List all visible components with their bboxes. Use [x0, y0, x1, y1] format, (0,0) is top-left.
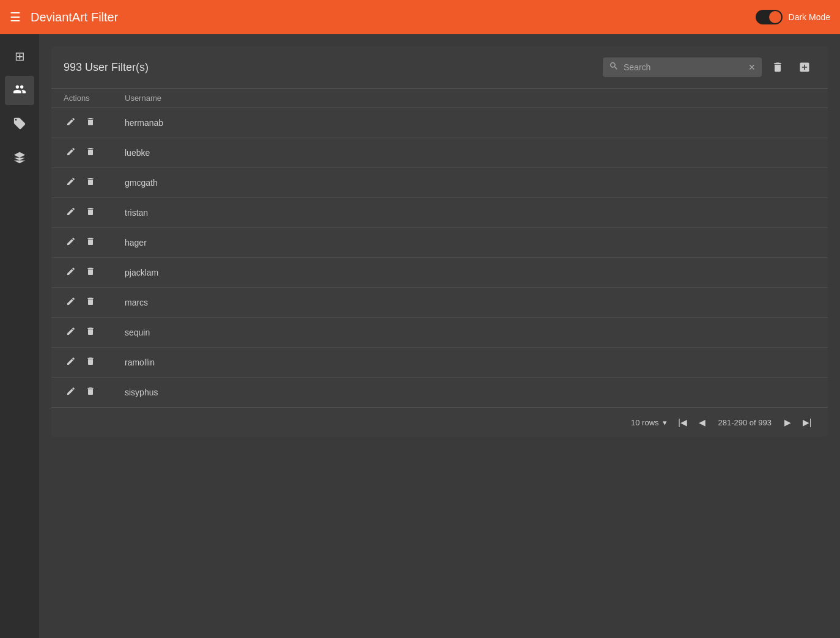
row-actions [64, 264, 125, 281]
edit-icon[interactable] [64, 204, 78, 221]
table-row: luebke [51, 138, 828, 168]
svg-rect-0 [776, 66, 777, 70]
next-page-button[interactable]: ▶ [779, 414, 796, 431]
row-actions [64, 384, 125, 401]
row-actions [64, 174, 125, 191]
username-cell: pjacklam [125, 268, 816, 277]
sidebar: ⊞ [0, 34, 39, 638]
last-page-button[interactable]: ▶| [798, 414, 816, 431]
delete-icon[interactable] [83, 174, 98, 191]
search-box: ✕ [603, 57, 762, 77]
row-actions [64, 114, 125, 131]
add-button[interactable] [794, 56, 816, 78]
username-cell: tristan [125, 208, 816, 218]
pagination-nav: |◀ ◀ 281-290 of 993 ▶ ▶| [674, 414, 816, 431]
svg-rect-1 [777, 66, 778, 70]
sidebar-item-users[interactable] [5, 76, 34, 105]
sidebar-item-tags[interactable] [5, 110, 34, 139]
app-title: DeviantArt Filter [31, 10, 756, 24]
delete-icon[interactable] [83, 384, 98, 401]
dark-mode-area: Dark Mode [756, 10, 830, 24]
username-cell: hermanab [125, 118, 816, 128]
page-info: 281-290 of 993 [718, 418, 772, 427]
username-cell: gmcgath [125, 178, 816, 188]
prev-page-button[interactable]: ◀ [694, 414, 711, 431]
user-filter-card: 993 User Filter(s) ✕ Actions Username [51, 46, 828, 437]
dark-mode-label: Dark Mode [789, 12, 830, 22]
edit-icon[interactable] [64, 264, 78, 281]
clear-search-icon[interactable]: ✕ [748, 62, 756, 72]
top-header: ☰ DeviantArt Filter Dark Mode [0, 0, 840, 34]
delete-icon[interactable] [83, 294, 98, 311]
tags-icon [13, 117, 26, 133]
edit-icon[interactable] [64, 324, 78, 341]
edit-icon[interactable] [64, 174, 78, 191]
table-body: hermanab luebke gmcgath [51, 108, 828, 407]
rows-dropdown-icon: ▾ [663, 418, 667, 427]
delete-icon[interactable] [83, 234, 98, 251]
deviations-icon [13, 151, 26, 167]
table-row: sisyphus [51, 378, 828, 407]
col-header-username: Username [125, 94, 816, 103]
table-row: hager [51, 228, 828, 258]
username-cell: luebke [125, 148, 816, 158]
delete-icon[interactable] [83, 324, 98, 341]
toggle-knob [769, 11, 781, 23]
username-cell: marcs [125, 298, 816, 307]
delete-icon[interactable] [83, 264, 98, 281]
row-actions [64, 324, 125, 341]
header-actions [767, 56, 816, 78]
sidebar-item-deviations[interactable] [5, 144, 34, 174]
card-title: 993 User Filter(s) [64, 61, 603, 74]
username-cell: hager [125, 238, 816, 248]
row-actions [64, 204, 125, 221]
search-input[interactable] [624, 62, 743, 72]
delete-icon[interactable] [83, 114, 98, 131]
table-row: gmcgath [51, 168, 828, 198]
sidebar-item-dashboard[interactable]: ⊞ [5, 42, 34, 71]
delete-all-button[interactable] [767, 56, 789, 78]
table-row: hermanab [51, 108, 828, 138]
table-row: marcs [51, 288, 828, 318]
row-actions [64, 294, 125, 311]
table-row: ramollin [51, 348, 828, 378]
table-header: Actions Username [51, 89, 828, 108]
search-icon [609, 61, 619, 73]
username-cell: ramollin [125, 358, 816, 367]
row-actions [64, 144, 125, 161]
card-footer: 10 rows ▾ |◀ ◀ 281-290 of 993 ▶ ▶| [51, 407, 828, 437]
main-content: 993 User Filter(s) ✕ Actions Username [39, 34, 840, 638]
username-cell: sequin [125, 328, 816, 337]
username-cell: sisyphus [125, 387, 816, 397]
dashboard-icon: ⊞ [15, 49, 25, 64]
svg-rect-2 [778, 66, 779, 70]
edit-icon[interactable] [64, 354, 78, 371]
edit-icon[interactable] [64, 384, 78, 401]
hamburger-icon[interactable]: ☰ [10, 10, 21, 24]
rows-per-page-label: 10 rows [631, 418, 659, 427]
rows-per-page-select[interactable]: 10 rows ▾ [631, 418, 667, 427]
col-header-actions: Actions [64, 94, 125, 103]
row-actions [64, 354, 125, 371]
card-header: 993 User Filter(s) ✕ [51, 46, 828, 89]
table-row: pjacklam [51, 258, 828, 288]
delete-icon[interactable] [83, 354, 98, 371]
delete-icon[interactable] [83, 204, 98, 221]
delete-icon[interactable] [83, 144, 98, 161]
first-page-button[interactable]: |◀ [674, 414, 691, 431]
edit-icon[interactable] [64, 234, 78, 251]
edit-icon[interactable] [64, 114, 78, 131]
table-row: tristan [51, 198, 828, 228]
users-icon [13, 82, 26, 99]
edit-icon[interactable] [64, 144, 78, 161]
dark-mode-toggle[interactable] [756, 10, 783, 24]
row-actions [64, 234, 125, 251]
edit-icon[interactable] [64, 294, 78, 311]
table-row: sequin [51, 318, 828, 348]
